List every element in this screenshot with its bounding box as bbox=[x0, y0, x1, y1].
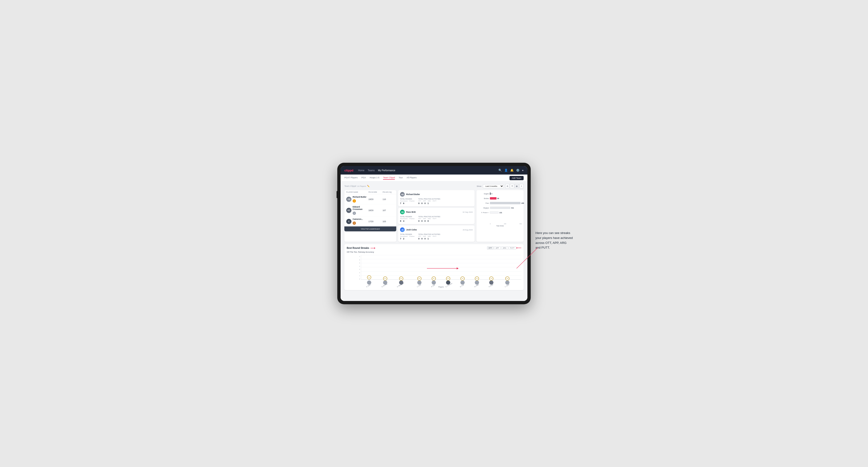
view-full-leaderboard-button[interactable]: View Full Leaderboard bbox=[344, 226, 396, 231]
svg-marker-3 bbox=[517, 247, 518, 249]
lb-header: PLAYER NAME PB SCORE PB AVG SQ bbox=[344, 190, 396, 194]
chart-label-eagles: Eagles bbox=[478, 193, 489, 195]
grid-view-btn[interactable]: ⊞ bbox=[505, 184, 509, 188]
player-avg: 107 bbox=[382, 209, 394, 212]
player-cards-column: RB Richard Butler Total Rounds Tournamen… bbox=[398, 190, 474, 242]
nav-links: Home Teams My Performance bbox=[358, 169, 498, 172]
main-grid: PLAYER NAME PB SCORE PB AVG SQ RB Richar… bbox=[344, 190, 524, 242]
chart-x-200: 200 bbox=[504, 223, 506, 224]
pc-stats: Total Rounds Tournament Practice 7 2 bbox=[400, 234, 473, 240]
show-controls: Show Last 3 months Last 6 months Last 12… bbox=[477, 184, 524, 188]
streaks-subtitle: Off The Tee, Fairway Accuracy bbox=[347, 251, 521, 253]
streak-dot: 4x bbox=[475, 276, 479, 281]
lb-col-player: PLAYER NAME bbox=[346, 191, 368, 193]
add-team-button[interactable]: Add Team bbox=[509, 176, 524, 180]
chart-val-pars: 499 bbox=[521, 203, 524, 204]
streak-tab-app[interactable]: APP bbox=[494, 247, 501, 250]
chart-val-dbogeys: 131 bbox=[499, 212, 502, 214]
pc-header: RB Richard Butler bbox=[400, 192, 473, 197]
chart-val-birdies: 96 bbox=[497, 198, 499, 199]
subnav-tour[interactable]: Tour bbox=[399, 177, 403, 180]
player-name: Cameron... bbox=[352, 218, 363, 220]
chart-card: Eagles 3 Birdies 96 bbox=[476, 190, 524, 242]
player-score: 17/20 bbox=[368, 220, 382, 223]
arrow-indicator-icon bbox=[371, 247, 375, 250]
player-info: RB Richard Butler 1 bbox=[346, 196, 368, 203]
streak-dot: 5x bbox=[432, 276, 436, 281]
avatar-icon[interactable]: ● bbox=[522, 168, 524, 172]
subnav-all-players[interactable]: All Players bbox=[407, 177, 417, 180]
edit-icon[interactable]: ✏️ bbox=[367, 185, 370, 187]
chart-x-0: 0 bbox=[490, 223, 491, 224]
chart-x-title: Total Shots bbox=[478, 225, 522, 227]
avatar: RB bbox=[400, 210, 405, 214]
subnav-pgat[interactable]: PGAT Players bbox=[344, 177, 358, 180]
search-icon[interactable]: 🔍 bbox=[498, 168, 502, 172]
list-view-btn[interactable]: ☰ bbox=[510, 184, 514, 188]
rank-badge: 3 bbox=[352, 221, 356, 225]
chart-x-400: 400 bbox=[519, 223, 522, 224]
avatar: RB bbox=[400, 192, 405, 197]
team-title: Team Clippd 14 Players bbox=[344, 185, 366, 187]
streaks-header: Best Round Streaks OTT APP ARG PUTT bbox=[347, 247, 521, 250]
nav-home[interactable]: Home bbox=[358, 169, 365, 172]
avatar: JC bbox=[400, 227, 405, 232]
nav-bar: clippd Home Teams My Performance 🔍 👤 🔔 ⚙… bbox=[341, 166, 527, 175]
player-avatar bbox=[367, 280, 371, 285]
streak-tab-ott[interactable]: OTT bbox=[487, 247, 494, 250]
lb-col-avg: PB AVG SQ bbox=[382, 191, 394, 193]
sub-nav-links: PGAT Players PGA Hcaps 1-5 Team Clippd T… bbox=[344, 177, 509, 180]
period-select[interactable]: Last 3 months Last 6 months Last 12 mont… bbox=[483, 184, 504, 188]
player-score: 19/20 bbox=[368, 198, 382, 200]
streak-dot: 4x bbox=[460, 276, 465, 281]
card-view-btn[interactable]: ▦ bbox=[515, 184, 519, 188]
player-info: EC Edward Crossman 2 bbox=[346, 206, 368, 215]
user-icon[interactable]: 👤 bbox=[504, 168, 508, 172]
streak-dot: 3x bbox=[489, 276, 493, 281]
arrow-indicator-right-icon bbox=[517, 247, 521, 249]
annotation-box: Here you can see streaks your players ha… bbox=[535, 231, 587, 250]
player-name: Edward Crossman bbox=[352, 206, 368, 210]
bar-pars bbox=[490, 202, 521, 204]
table-row[interactable]: C Cameron... 3 17/20 103 bbox=[344, 217, 396, 226]
player-card-richard: RB Richard Butler Total Rounds Tournamen… bbox=[398, 190, 474, 206]
chart-label-bogeys: Bogeys bbox=[478, 207, 489, 209]
svg-marker-1 bbox=[374, 247, 375, 249]
pc-header: RB Rees Britt 02 Sep 2023 bbox=[400, 210, 473, 214]
streak-dot: 5x bbox=[417, 276, 422, 281]
streaks-title: Best Round Streaks bbox=[347, 247, 369, 249]
main-content: Team Clippd 14 Players ✏️ Show Last 3 mo… bbox=[341, 182, 527, 301]
rank-badge: 2 bbox=[352, 212, 356, 215]
chart-label-dbogeys: D. Bogeys + bbox=[478, 212, 489, 213]
chart-label-birdies: Birdies bbox=[478, 198, 489, 199]
settings-icon[interactable]: ⚙️ bbox=[516, 168, 520, 172]
annotation-text: Here you can see streaks your players ha… bbox=[535, 231, 587, 250]
subnav-team-clippd[interactable]: Team Clippd bbox=[383, 177, 395, 180]
streak-chart: 7 6 5 4 3 2 1 0 bbox=[347, 255, 521, 286]
team-header: Team Clippd 14 Players ✏️ Show Last 3 mo… bbox=[344, 184, 524, 188]
subnav-pga[interactable]: PGA bbox=[361, 177, 366, 180]
player-card-josh: JC Josh Coles 26 Aug 2023 Total Rounds T… bbox=[398, 225, 474, 242]
player-name: Richard Butler bbox=[352, 196, 367, 198]
nav-teams[interactable]: Teams bbox=[368, 169, 375, 172]
player-avatar bbox=[460, 280, 465, 285]
table-row[interactable]: RB Richard Butler 1 19/20 110 bbox=[344, 194, 396, 204]
streak-tab-putt[interactable]: PUTT bbox=[508, 247, 516, 250]
nav-my-performance[interactable]: My Performance bbox=[378, 169, 395, 172]
avatar: C bbox=[346, 219, 351, 224]
player-score: 18/20 bbox=[368, 209, 382, 212]
rank-badge: 1 bbox=[352, 199, 356, 203]
chart-label-pars: Pars bbox=[478, 203, 489, 204]
pc-header: JC Josh Coles 26 Aug 2023 bbox=[400, 227, 473, 232]
tablet-frame: clippd Home Teams My Performance 🔍 👤 🔔 ⚙… bbox=[337, 163, 531, 304]
streak-tab-arg[interactable]: ARG bbox=[501, 247, 508, 250]
pc-stats: Total Rounds Tournament Practice 7 6 bbox=[400, 198, 473, 205]
table-view-btn[interactable]: ≡ bbox=[519, 184, 524, 188]
pc-date: 02 Sep 2023 bbox=[463, 211, 473, 213]
subnav-hcaps[interactable]: Hcaps 1-5 bbox=[370, 177, 379, 180]
table-row[interactable]: EC Edward Crossman 2 18/20 107 bbox=[344, 204, 396, 217]
player-avatar bbox=[432, 280, 436, 285]
streak-dot: 4x bbox=[446, 276, 450, 281]
bar-bogeys bbox=[490, 207, 510, 209]
bell-icon[interactable]: 🔔 bbox=[510, 168, 514, 172]
